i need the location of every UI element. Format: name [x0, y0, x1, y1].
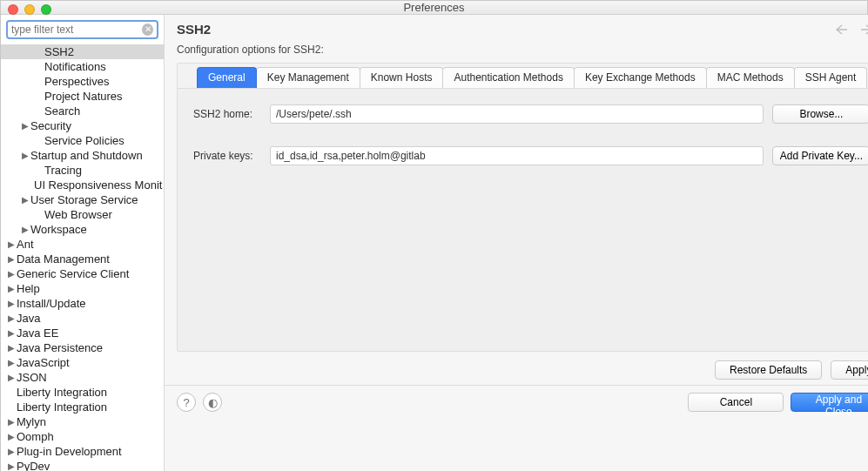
tab-mac-methods[interactable]: MAC Methods — [706, 67, 795, 88]
browse-button[interactable]: Browse... — [772, 104, 868, 124]
tree-item-json[interactable]: ▶JSON — [1, 370, 164, 385]
tree-item-label: Workspace — [30, 223, 87, 236]
chevron-right-icon[interactable]: ▶ — [20, 223, 30, 236]
tree-item-notifications[interactable]: Notifications — [1, 59, 164, 74]
tree-item-java-ee[interactable]: ▶Java EE — [1, 326, 164, 340]
general-form: SSH2 home: Browse... Private keys: Add P… — [178, 89, 868, 165]
chevron-right-icon[interactable]: ▶ — [6, 445, 17, 458]
private-keys-row: Private keys: Add Private Key... — [193, 146, 868, 165]
chevron-right-icon[interactable]: ▶ — [6, 297, 17, 310]
tree-item-tracing[interactable]: Tracing — [1, 163, 164, 178]
apply-and-close-button[interactable]: Apply and Close — [791, 393, 868, 412]
sidebar: ✕ SSH2NotificationsPerspectivesProject N… — [1, 15, 165, 471]
tree-item-ant[interactable]: ▶Ant — [1, 237, 164, 252]
chevron-right-icon[interactable]: ▶ — [6, 430, 17, 443]
tree-item-install-update[interactable]: ▶Install/Update — [1, 296, 164, 311]
chevron-right-icon[interactable]: ▶ — [6, 415, 17, 428]
filter-input[interactable] — [11, 24, 142, 36]
body: ✕ SSH2NotificationsPerspectivesProject N… — [1, 15, 867, 471]
tab-authentication-methods[interactable]: Authentication Methods — [442, 67, 574, 88]
private-keys-input[interactable] — [270, 146, 764, 165]
tree-item-label: Oomph — [17, 430, 54, 443]
back-icon[interactable] — [836, 24, 851, 35]
tree-item-java-persistence[interactable]: ▶Java Persistence — [1, 340, 164, 355]
chevron-right-icon[interactable]: ▶ — [20, 119, 30, 132]
tree-item-startup-and-shutdown[interactable]: ▶Startup and Shutdown — [1, 148, 164, 163]
tree-item-security[interactable]: ▶Security — [1, 118, 164, 133]
tab-ssh-agent[interactable]: SSH Agent — [794, 67, 868, 88]
ssh2-home-row: SSH2 home: Browse... — [193, 104, 868, 124]
tree-item-search[interactable]: Search — [1, 104, 164, 118]
chevron-right-icon[interactable]: ▶ — [6, 312, 17, 325]
tree-item-liberty-integration[interactable]: Liberty Integration — [1, 400, 164, 414]
ssh2-home-input[interactable] — [270, 104, 764, 124]
tree-item-generic-service-client[interactable]: ▶Generic Service Client — [1, 266, 164, 281]
tree-item-label: JSON — [17, 371, 47, 384]
tab-known-hosts[interactable]: Known Hosts — [360, 67, 444, 88]
chevron-right-icon[interactable]: ▶ — [6, 238, 17, 251]
chevron-right-icon[interactable]: ▶ — [6, 341, 17, 354]
tree-item-label: Java Persistence — [17, 341, 103, 354]
tree-item-pydev[interactable]: ▶PyDev — [1, 459, 164, 471]
tree-item-java[interactable]: ▶Java — [1, 311, 164, 326]
chevron-right-icon[interactable]: ▶ — [6, 371, 17, 384]
tree-item-oomph[interactable]: ▶Oomph — [1, 429, 164, 444]
tree-item-label: Install/Update — [17, 297, 86, 310]
tabs: GeneralKey ManagementKnown HostsAuthenti… — [178, 64, 868, 89]
tree-item-workspace[interactable]: ▶Workspace — [1, 222, 164, 237]
help-icon[interactable]: ? — [177, 393, 196, 412]
tree-item-label: Web Browser — [44, 208, 112, 221]
tree-item-ssh2[interactable]: SSH2 — [1, 44, 164, 59]
preferences-window: Preferences ✕ SSH2NotificationsPerspecti… — [0, 0, 868, 471]
apply-button[interactable]: Apply — [831, 360, 868, 380]
tree-item-help[interactable]: ▶Help — [1, 281, 164, 296]
chevron-right-icon[interactable]: ▶ — [6, 460, 17, 471]
tree-item-label: JavaScript — [17, 356, 70, 369]
chevron-right-icon[interactable]: ▶ — [6, 267, 17, 280]
tree-item-label: Help — [17, 282, 40, 295]
chevron-right-icon[interactable]: ▶ — [20, 193, 30, 206]
filter-wrapper[interactable]: ✕ — [6, 20, 158, 39]
add-private-key-button[interactable]: Add Private Key... — [772, 146, 868, 165]
nav-icons — [836, 24, 868, 35]
tree-item-data-management[interactable]: ▶Data Management — [1, 252, 164, 266]
tree-item-label: Startup and Shutdown — [30, 149, 143, 162]
minimize-window-icon[interactable] — [24, 4, 35, 15]
tree-item-label: Perspectives — [44, 75, 109, 88]
tab-general[interactable]: General — [197, 67, 257, 88]
tree-item-web-browser[interactable]: Web Browser — [1, 207, 164, 222]
tree-item-label: Tracing — [44, 164, 82, 177]
import-export-icon[interactable]: ◐ — [203, 393, 222, 412]
tab-key-management[interactable]: Key Management — [256, 67, 360, 88]
chevron-right-icon[interactable]: ▶ — [6, 282, 17, 295]
chevron-right-icon[interactable]: ▶ — [20, 149, 30, 162]
tree-item-ui-responsiveness-monit[interactable]: UI Responsiveness Monit — [1, 178, 164, 192]
config-panel: GeneralKey ManagementKnown HostsAuthenti… — [177, 63, 868, 352]
chevron-right-icon[interactable]: ▶ — [6, 326, 17, 340]
forward-icon[interactable] — [857, 24, 868, 35]
clear-filter-icon[interactable]: ✕ — [142, 24, 153, 36]
chevron-right-icon[interactable]: ▶ — [6, 252, 17, 266]
preferences-tree[interactable]: SSH2NotificationsPerspectivesProject Nat… — [1, 43, 164, 471]
tree-item-label: Data Management — [17, 252, 110, 266]
tree-item-user-storage-service[interactable]: ▶User Storage Service — [1, 192, 164, 207]
tree-item-perspectives[interactable]: Perspectives — [1, 74, 164, 89]
tree-item-label: User Storage Service — [30, 193, 138, 206]
chevron-right-icon[interactable]: ▶ — [6, 356, 17, 369]
tree-item-liberty-integration[interactable]: Liberty Integration — [1, 385, 164, 400]
tree-item-plug-in-development[interactable]: ▶Plug-in Development — [1, 444, 164, 459]
tree-item-service-policies[interactable]: Service Policies — [1, 133, 164, 148]
page-title: SSH2 — [177, 22, 836, 37]
tree-item-label: Liberty Integration — [17, 400, 107, 414]
tree-item-javascript[interactable]: ▶JavaScript — [1, 355, 164, 370]
tab-key-exchange-methods[interactable]: Key Exchange Methods — [574, 67, 707, 88]
cancel-button[interactable]: Cancel — [688, 393, 784, 412]
filter-container: ✕ — [1, 15, 164, 43]
tree-item-mylyn[interactable]: ▶Mylyn — [1, 414, 164, 429]
zoom-window-icon[interactable] — [41, 4, 51, 15]
tree-item-label: Mylyn — [17, 415, 46, 428]
tree-item-label: Notifications — [44, 60, 106, 73]
tree-item-project-natures[interactable]: Project Natures — [1, 89, 164, 104]
close-window-icon[interactable] — [8, 4, 18, 15]
restore-defaults-button[interactable]: Restore Defaults — [715, 360, 822, 380]
